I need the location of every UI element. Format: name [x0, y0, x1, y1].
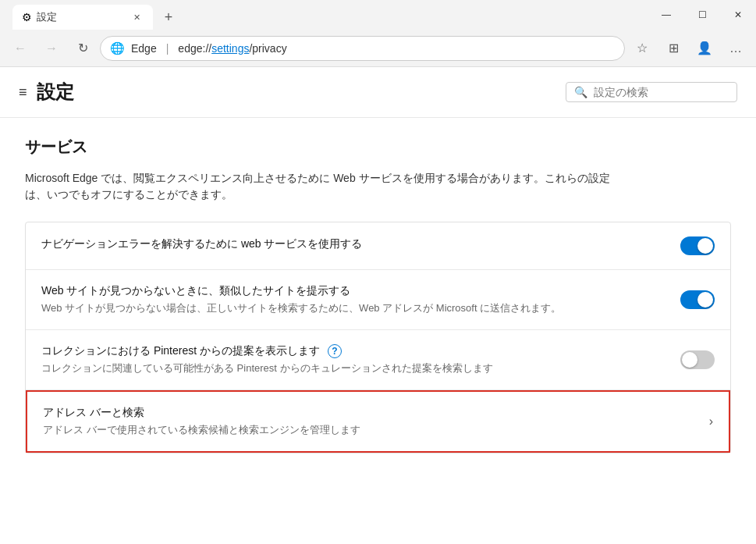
- close-button[interactable]: ✕: [720, 0, 756, 30]
- nav-error-toggle[interactable]: [680, 236, 715, 255]
- page-title: 設定: [37, 80, 74, 105]
- search-icon: 🔍: [574, 86, 587, 98]
- suggest-sites-toggle-track[interactable]: [680, 290, 715, 309]
- minimize-button[interactable]: —: [648, 0, 684, 30]
- address-bar[interactable]: 🌐 Edge | edge://settings/privacy: [100, 36, 625, 61]
- more-button[interactable]: …: [722, 34, 750, 62]
- navigation-bar: ← → ↻ 🌐 Edge | edge://settings/privacy ☆…: [0, 30, 756, 67]
- settings-card: ナビゲーションエラーを解決するために web サービスを使用する Web サイト…: [25, 222, 731, 453]
- edge-logo-icon: 🌐: [110, 41, 125, 55]
- address-bar-info: アドレス バーと検索 アドレス バーで使用されている検索候補と検索エンジンを管理…: [43, 406, 709, 437]
- suggest-sites-toggle[interactable]: [680, 290, 715, 309]
- chevron-right-icon: ›: [709, 414, 713, 428]
- pinterest-help-icon[interactable]: ?: [328, 344, 342, 358]
- active-tab[interactable]: ⚙ 設定 ✕: [12, 5, 153, 30]
- suggest-sites-sublabel: Web サイトが見つからない場合は、正しいサイトを検索するために、Web アドレ…: [41, 301, 680, 315]
- new-tab-button[interactable]: +: [156, 5, 181, 30]
- tab-bar: ⚙ 設定 ✕ +: [6, 0, 181, 30]
- nav-error-toggle-track[interactable]: [680, 236, 715, 255]
- forward-button[interactable]: →: [37, 34, 66, 62]
- favorites-button[interactable]: ☆: [628, 34, 656, 62]
- browser-label: Edge: [131, 42, 157, 55]
- settings-container: ≡ 設定 🔍 サービス Microsoft Edge では、閲覧エクスペリエンス…: [0, 67, 756, 544]
- collections-button[interactable]: ⊞: [659, 34, 687, 62]
- suggest-sites-row: Web サイトが見つからないときに、類似したサイトを提示する Web サイトが見…: [26, 270, 730, 330]
- pinterest-label: コレクションにおける Pinterest からの提案を表示します ?: [41, 344, 680, 358]
- pinterest-toggle-thumb: [682, 352, 697, 368]
- settings-main: ≡ 設定 🔍 サービス Microsoft Edge では、閲覧エクスペリエンス…: [0, 67, 756, 544]
- profile-button[interactable]: 👤: [690, 34, 719, 62]
- search-input[interactable]: [594, 86, 729, 98]
- tab-title: 設定: [37, 10, 125, 24]
- address-bar-label: アドレス バーと検索: [43, 406, 709, 420]
- address-separator: |: [166, 42, 169, 55]
- pinterest-row: コレクションにおける Pinterest からの提案を表示します ? コレクショ…: [26, 330, 730, 390]
- pinterest-toggle[interactable]: [680, 350, 715, 369]
- suggest-sites-info: Web サイトが見つからないときに、類似したサイトを提示する Web サイトが見…: [41, 284, 680, 315]
- reload-button[interactable]: ↻: [69, 34, 97, 62]
- url-suffix: /privacy: [249, 42, 286, 55]
- section-description: Microsoft Edge では、閲覧エクスペリエンス向上させるために Web…: [25, 170, 618, 203]
- pinterest-sublabel: コレクションに関連している可能性がある Pinterest からのキュレーション…: [41, 361, 680, 375]
- tab-close-button[interactable]: ✕: [130, 10, 144, 24]
- nav-error-info: ナビゲーションエラーを解決するために web サービスを使用する: [41, 237, 680, 254]
- menu-icon[interactable]: ≡: [19, 84, 27, 101]
- pinterest-info: コレクションにおける Pinterest からの提案を表示します ? コレクショ…: [41, 344, 680, 375]
- nav-error-label: ナビゲーションエラーを解決するために web サービスを使用する: [41, 237, 680, 251]
- settings-header: ≡ 設定 🔍: [0, 67, 756, 118]
- suggest-sites-label: Web サイトが見つからないときに、類似したサイトを提示する: [41, 284, 680, 298]
- restore-button[interactable]: ☐: [684, 0, 720, 30]
- nav-error-toggle-thumb: [697, 238, 713, 254]
- tab-settings-icon: ⚙: [22, 11, 32, 23]
- section-title: サービス: [25, 137, 731, 158]
- title-bar: ⚙ 設定 ✕ + — ☐ ✕: [0, 0, 756, 30]
- nav-right-controls: ☆ ⊞ 👤 …: [628, 34, 750, 62]
- nav-error-row: ナビゲーションエラーを解決するために web サービスを使用する: [26, 222, 730, 270]
- url-prefix: edge://: [178, 42, 211, 55]
- address-bar-sublabel: アドレス バーで使用されている検索候補と検索エンジンを管理します: [43, 423, 709, 437]
- settings-content: サービス Microsoft Edge では、閲覧エクスペリエンス向上させるため…: [0, 118, 756, 472]
- url-highlight: settings: [211, 42, 249, 55]
- window-controls: — ☐ ✕: [648, 0, 756, 30]
- settings-title-area: ≡ 設定: [19, 80, 74, 105]
- back-button[interactable]: ←: [6, 34, 34, 62]
- suggest-sites-toggle-thumb: [697, 292, 713, 308]
- address-url: edge://settings/privacy: [178, 42, 286, 55]
- address-bar-row[interactable]: アドレス バーと検索 アドレス バーで使用されている検索候補と検索エンジンを管理…: [26, 390, 730, 453]
- settings-search-box[interactable]: 🔍: [566, 82, 737, 102]
- pinterest-toggle-track[interactable]: [680, 350, 715, 369]
